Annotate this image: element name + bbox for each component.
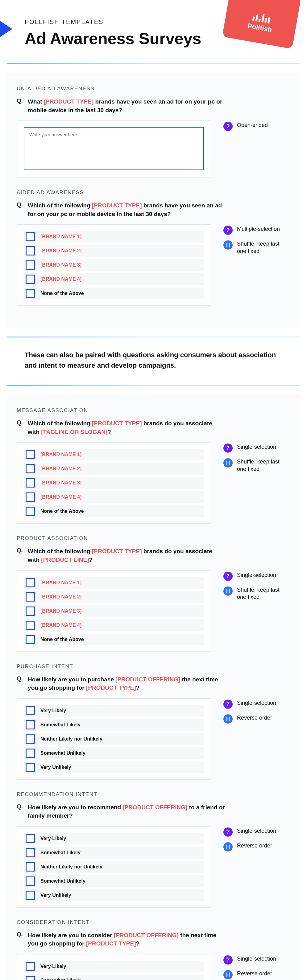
- checkbox-icon[interactable]: [26, 478, 35, 488]
- option-row[interactable]: [BRAND NAME 4]: [24, 491, 204, 503]
- answer-box: [BRAND NAME 1] [BRAND NAME 2] [BRAND NAM…: [17, 224, 211, 306]
- option-row[interactable]: [BRAND NAME 2]: [24, 591, 204, 603]
- q-label: Q.: [17, 201, 23, 218]
- question-text: What [PRODUCT TYPE] brands have you seen…: [28, 97, 225, 115]
- section-product-association: PRODUCT ASSOCIATION Q. Which of the foll…: [7, 532, 300, 660]
- checkbox-icon[interactable]: [26, 720, 35, 729]
- option-row[interactable]: [BRAND NAME 1]: [24, 231, 204, 243]
- option-row[interactable]: Very Likely: [24, 833, 204, 845]
- checkbox-icon[interactable]: [26, 507, 35, 516]
- option-label: Somewhat Likely: [40, 722, 80, 728]
- q-placeholder: [PRODUCT TYPE]: [86, 684, 136, 691]
- annotations: ?Single-selection Reverse order: [223, 698, 288, 724]
- checkbox-icon[interactable]: [26, 246, 35, 256]
- q-placeholder: [PRODUCT TYPE]: [92, 420, 142, 426]
- annotations: ?Multiple-selection Shuffle, keep last o…: [223, 224, 288, 255]
- option-row[interactable]: [BRAND NAME 2]: [24, 463, 204, 474]
- checkbox-icon[interactable]: [26, 749, 35, 758]
- checkbox-icon[interactable]: [26, 976, 35, 980]
- checkbox-icon[interactable]: [26, 450, 35, 459]
- option-row[interactable]: [BRAND NAME 2]: [24, 245, 204, 257]
- option-row[interactable]: Very Unlikely: [24, 889, 204, 901]
- option-row[interactable]: [BRAND NAME 3]: [24, 477, 204, 489]
- option-row[interactable]: Very Likely: [24, 961, 204, 972]
- option-row[interactable]: Somewhat Unlikely: [24, 875, 204, 887]
- question-type-icon: ?: [223, 444, 233, 453]
- checkbox-icon[interactable]: [26, 763, 35, 772]
- q-placeholder: [PRODUCT OFFERING]: [123, 804, 187, 810]
- q-part: Which of the following: [28, 548, 92, 554]
- checkbox-icon[interactable]: [26, 620, 35, 630]
- option-row[interactable]: Very Unlikely: [24, 762, 204, 773]
- q-placeholder: [PRODUCT OFFERING]: [115, 676, 180, 682]
- option-label: [BRAND NAME 4]: [40, 277, 82, 282]
- option-row[interactable]: None of the Above: [24, 633, 204, 645]
- checkbox-icon[interactable]: [26, 578, 35, 587]
- option-row[interactable]: [BRAND NAME 4]: [24, 619, 204, 631]
- option-label: Very Likely: [40, 708, 66, 713]
- q-part: ?: [136, 684, 139, 691]
- annotations: ?Single-selection Reverse order: [223, 826, 288, 851]
- option-row[interactable]: None of the Above: [24, 288, 204, 299]
- question-type-icon: ?: [223, 827, 233, 837]
- checkbox-icon[interactable]: [26, 492, 35, 502]
- option-row[interactable]: Somewhat Likely: [24, 847, 204, 859]
- blue-triangle-icon: [0, 21, 12, 37]
- checkbox-icon[interactable]: [26, 862, 35, 872]
- mid-note: These can also be paired with questions …: [0, 337, 307, 385]
- checkbox-icon[interactable]: [26, 289, 35, 298]
- option-row[interactable]: [BRAND NAME 3]: [24, 259, 204, 271]
- option-label: Very Likely: [40, 964, 66, 969]
- checkbox-icon[interactable]: [26, 706, 35, 715]
- checkbox-icon[interactable]: [26, 635, 35, 644]
- badge-brand: Pollfish: [247, 22, 272, 34]
- annotation-label: Single-selection: [237, 700, 276, 706]
- option-row[interactable]: [BRAND NAME 4]: [24, 274, 204, 285]
- option-label: Somewhat Unlikely: [40, 751, 85, 756]
- shuffle-icon: [223, 458, 233, 468]
- annotation-label: Reverse order: [237, 970, 272, 977]
- option-row[interactable]: Neither Likely nor Unlikely: [24, 733, 204, 745]
- checkbox-icon[interactable]: [26, 962, 35, 971]
- checkbox-icon[interactable]: [26, 464, 35, 473]
- option-label: [BRAND NAME 3]: [40, 262, 82, 267]
- reverse-icon: [223, 714, 233, 724]
- question-text: Which of the following [PRODUCT TYPE] br…: [28, 547, 225, 564]
- q-label: Q.: [17, 803, 23, 820]
- q-part: ?: [89, 557, 93, 563]
- option-row[interactable]: Somewhat Likely: [24, 975, 204, 980]
- option-row[interactable]: Somewhat Unlikely: [24, 747, 204, 759]
- checkbox-icon[interactable]: [26, 877, 35, 886]
- checkbox-icon[interactable]: [26, 734, 35, 744]
- answer-box: [17, 121, 211, 178]
- open-ended-textarea[interactable]: [24, 127, 204, 170]
- checkbox-icon[interactable]: [26, 232, 35, 241]
- option-row[interactable]: Neither Likely nor Unlikely: [24, 861, 204, 873]
- checkbox-icon[interactable]: [26, 834, 35, 843]
- option-row[interactable]: None of the Above: [24, 506, 204, 517]
- option-row[interactable]: Somewhat Likely: [24, 719, 204, 731]
- q-part: How likely are you to purchase: [28, 676, 115, 682]
- checkbox-icon[interactable]: [26, 275, 35, 284]
- option-row[interactable]: [BRAND NAME 3]: [24, 605, 204, 617]
- annotation-label: Reverse order: [237, 714, 272, 721]
- checkbox-icon[interactable]: [26, 606, 35, 616]
- checkbox-icon[interactable]: [26, 848, 35, 858]
- option-row[interactable]: Very Likely: [24, 705, 204, 716]
- option-row[interactable]: [BRAND NAME 1]: [24, 577, 204, 589]
- option-label: [BRAND NAME 1]: [40, 580, 82, 585]
- checkbox-icon[interactable]: [26, 891, 35, 900]
- q-part: How likely are you to consider: [28, 932, 114, 939]
- answer-box: Very Likely Somewhat Likely Neither Like…: [17, 826, 211, 908]
- q-label: Q.: [17, 547, 23, 564]
- section-head: PRODUCT ASSOCIATION: [17, 535, 290, 541]
- option-label: [BRAND NAME 3]: [40, 480, 82, 485]
- annotation-label: Reverse order: [237, 842, 272, 850]
- q-part: Which of the following: [28, 420, 92, 426]
- option-label: [BRAND NAME 2]: [40, 248, 82, 253]
- checkbox-icon[interactable]: [26, 592, 35, 601]
- checkbox-icon[interactable]: [26, 261, 35, 270]
- question-type-icon: ?: [223, 700, 233, 709]
- option-row[interactable]: [BRAND NAME 1]: [24, 449, 204, 460]
- q-label: Q.: [17, 931, 23, 948]
